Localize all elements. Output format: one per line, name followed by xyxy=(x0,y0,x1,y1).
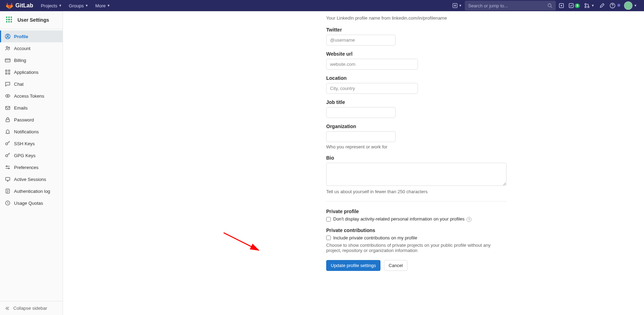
todo-icon xyxy=(568,3,574,8)
sidebar-item-chat[interactable]: Chat xyxy=(0,78,63,90)
merge-requests-link[interactable]: ▼ xyxy=(583,3,596,8)
nav-more[interactable]: More▼ xyxy=(92,1,114,10)
svg-rect-28 xyxy=(8,73,10,74)
nav-groups[interactable]: Groups▼ xyxy=(65,1,92,10)
private-contrib-heading: Private contributions xyxy=(326,227,506,233)
website-input[interactable] xyxy=(326,59,418,70)
organization-help-text: Who you represent or work for xyxy=(326,144,506,149)
private-profile-checkbox[interactable] xyxy=(326,217,331,222)
search-icon xyxy=(547,3,552,8)
key-icon xyxy=(5,141,10,146)
new-dropdown[interactable]: ▼ xyxy=(451,3,463,8)
svg-rect-26 xyxy=(8,70,10,71)
location-input[interactable] xyxy=(326,83,418,94)
svg-rect-11 xyxy=(6,16,7,18)
chat-icon xyxy=(5,81,10,87)
sidebar-item-label: Preferences xyxy=(14,165,38,170)
sidebar-item-label: Applications xyxy=(14,70,38,75)
svg-rect-18 xyxy=(10,21,12,22)
svg-rect-37 xyxy=(6,177,10,180)
question-icon xyxy=(610,3,615,8)
sidebar-item-label: Account xyxy=(14,46,30,51)
sidebar-item-usage-quotas[interactable]: Usage Quotas xyxy=(0,197,63,209)
credit-card-icon xyxy=(5,57,10,63)
mail-icon xyxy=(5,105,10,111)
svg-rect-31 xyxy=(6,106,10,110)
sidebar-item-active-sessions[interactable]: Active Sessions xyxy=(0,173,63,185)
website-label: Website url xyxy=(326,51,506,57)
sidebar-item-label: Chat xyxy=(14,82,23,87)
search-input[interactable] xyxy=(468,3,545,8)
account-icon xyxy=(5,46,10,51)
sidebar-item-label: Active Sessions xyxy=(14,177,46,182)
user-menu[interactable]: ▼ xyxy=(623,1,638,10)
sidebar-item-access-tokens[interactable]: Access Tokens xyxy=(0,90,63,102)
plus-square-icon xyxy=(453,3,457,8)
sidebar-item-notifications[interactable]: Notifications xyxy=(0,126,63,138)
chevron-down-icon: ▼ xyxy=(459,4,462,7)
twitter-input[interactable] xyxy=(326,35,396,46)
private-profile-heading: Private profile xyxy=(326,209,506,214)
svg-rect-13 xyxy=(10,16,12,18)
top-navbar: GitLab Projects▼ Groups▼ More▼ ▼ 9 ▼ xyxy=(0,0,644,11)
sidebar-item-label: Access Tokens xyxy=(14,93,44,99)
sidebar-context[interactable]: User Settings xyxy=(0,11,63,29)
sidebar-item-label: Authentication log xyxy=(14,189,50,194)
svg-point-9 xyxy=(612,7,613,7)
sidebar-item-account[interactable]: Account xyxy=(0,42,63,54)
svg-point-21 xyxy=(7,35,9,37)
jobtitle-input[interactable] xyxy=(326,107,396,118)
question-icon[interactable]: ? xyxy=(467,217,471,222)
private-contrib-checkbox[interactable] xyxy=(326,236,331,240)
svg-rect-27 xyxy=(6,73,7,74)
whats-new-link[interactable] xyxy=(597,1,607,10)
chevron-down-icon: ▼ xyxy=(634,4,637,7)
todos-badge: 9 xyxy=(575,4,580,8)
cancel-button[interactable]: Cancel xyxy=(384,260,407,271)
private-contrib-help-text: Choose to show contributions of private … xyxy=(326,243,506,253)
sidebar-item-label: Usage Quotas xyxy=(14,201,43,206)
brand-text: GitLab xyxy=(15,2,33,9)
sidebar-item-password[interactable]: Password xyxy=(0,114,63,126)
svg-point-1 xyxy=(548,4,551,7)
sidebar-item-ssh-keys[interactable]: SSH Keys xyxy=(0,138,63,149)
svg-rect-32 xyxy=(6,119,9,122)
issues-link[interactable] xyxy=(557,3,566,8)
log-icon xyxy=(5,188,10,194)
organization-label: Organization xyxy=(326,124,506,129)
svg-rect-24 xyxy=(5,59,10,62)
svg-point-36 xyxy=(8,168,9,169)
sidebar-item-gpg-keys[interactable]: GPG Keys xyxy=(0,149,63,161)
sidebar-item-emails[interactable]: Emails xyxy=(0,102,63,114)
search-box[interactable] xyxy=(465,1,556,10)
profile-icon xyxy=(5,34,10,39)
private-profile-check-label[interactable]: Don't display activity-related personal … xyxy=(333,216,471,222)
jobtitle-label: Job title xyxy=(326,99,506,105)
organization-input[interactable] xyxy=(326,131,396,142)
chevron-down-icon: ▼ xyxy=(85,4,88,7)
help-dropdown[interactable]: ▼ xyxy=(608,3,621,8)
bio-textarea[interactable] xyxy=(326,163,506,186)
svg-rect-15 xyxy=(10,19,12,20)
nav-projects[interactable]: Projects▼ xyxy=(37,1,65,10)
sidebar-item-profile[interactable]: Profile xyxy=(0,30,63,42)
svg-point-30 xyxy=(7,96,8,97)
sidebar-item-preferences[interactable]: Preferences xyxy=(0,161,63,173)
chevron-down-icon: ▼ xyxy=(591,4,594,7)
svg-point-33 xyxy=(6,143,8,145)
todos-link[interactable]: 9 xyxy=(567,3,582,8)
gitlab-logo[interactable]: GitLab xyxy=(6,2,33,9)
location-label: Location xyxy=(326,75,506,81)
svg-point-35 xyxy=(6,166,7,167)
svg-rect-19 xyxy=(8,19,10,20)
svg-rect-14 xyxy=(6,19,7,20)
svg-point-5 xyxy=(585,4,586,5)
sidebar-item-applications[interactable]: Applications xyxy=(0,66,63,78)
svg-rect-17 xyxy=(8,21,10,22)
sidebar-item-label: Profile xyxy=(14,34,28,39)
private-contrib-check-label[interactable]: Include private contributions on my prof… xyxy=(333,235,417,240)
sidebar-item-billing[interactable]: Billing xyxy=(0,54,63,66)
sidebar-item-authentication-log[interactable]: Authentication log xyxy=(0,185,63,197)
sidebar-item-label: SSH Keys xyxy=(14,141,35,146)
update-profile-button[interactable]: Update profile settings xyxy=(326,260,380,271)
